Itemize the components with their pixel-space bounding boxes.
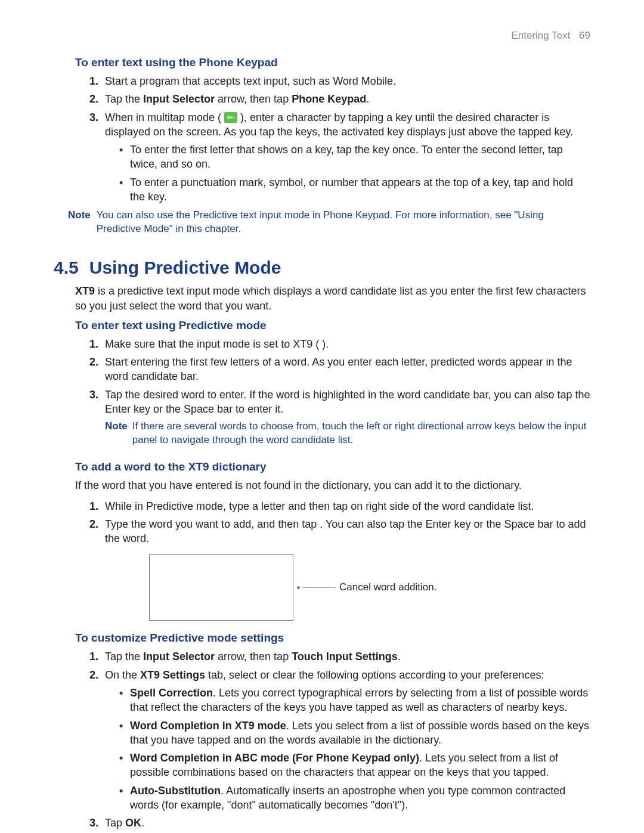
step-number: 3. bbox=[89, 816, 98, 830]
predictive-enter-steps: 1. Make sure that the input mode is set … bbox=[89, 337, 590, 447]
heading-number: 4.5 bbox=[54, 258, 79, 278]
note-body: If there are several words to choose fro… bbox=[132, 420, 590, 447]
step-text: While in Predictive mode, type a letter … bbox=[105, 500, 534, 512]
multitap-mode-icon bbox=[224, 112, 237, 123]
bold-text: OK bbox=[125, 817, 141, 829]
screenshot-placeholder bbox=[149, 554, 293, 621]
step-text: Tap the desired word to enter. If the wo… bbox=[105, 389, 590, 415]
step-number: 3. bbox=[89, 388, 98, 402]
running-head: Entering Text 69 bbox=[54, 30, 590, 42]
callout: Cancel word addition. bbox=[297, 581, 436, 593]
sub-bullets: To enter the first letter that shows on … bbox=[119, 143, 590, 204]
list-item: 2. On the XT9 Settings tab, select or cl… bbox=[89, 668, 590, 813]
note-body: You can also use the Predictive text inp… bbox=[97, 209, 590, 236]
bold-text: Phone Keypad bbox=[292, 93, 366, 105]
step-number: 2. bbox=[89, 668, 98, 682]
customize-steps: 1. Tap the Input Selector arrow, then ta… bbox=[89, 649, 590, 830]
step-text: Tap the Input Selector arrow, then tap P… bbox=[105, 93, 369, 105]
callout-line-icon bbox=[302, 587, 336, 588]
subhead-add-word: To add a word to the XT9 dictionary bbox=[75, 460, 590, 473]
bold-text: Spell Correction bbox=[130, 687, 213, 699]
list-item: Auto-Substitution. Automatically inserts… bbox=[119, 784, 590, 813]
list-item: To enter the first letter that shows on … bbox=[119, 143, 590, 172]
bold-text: Auto-Substitution bbox=[130, 785, 221, 797]
text: Tap the bbox=[105, 651, 143, 662]
bold-text: Word Completion in ABC mode (For Phone K… bbox=[130, 752, 419, 764]
section-name: Entering Text bbox=[511, 30, 570, 41]
step-number: 3. bbox=[89, 110, 98, 125]
step-text: When in multitap mode ( ), enter a chara… bbox=[105, 112, 573, 138]
list-item: Spell Correction. Lets you correct typog… bbox=[119, 686, 590, 715]
text: is a predictive text input mode which di… bbox=[75, 285, 586, 311]
step-number: 2. bbox=[89, 355, 98, 369]
step-number: 2. bbox=[89, 92, 98, 106]
list-item: 1. Tap the Input Selector arrow, then ta… bbox=[89, 649, 590, 664]
text: arrow, then tap bbox=[215, 93, 292, 105]
list-item: 2. Start entering the first few letters … bbox=[89, 355, 590, 384]
add-word-intro: If the word that you have entered is not… bbox=[75, 478, 590, 493]
list-item: 2. Tap the Input Selector arrow, then ta… bbox=[89, 92, 590, 106]
note-label: Note bbox=[105, 420, 128, 447]
list-item: 3. Tap OK. bbox=[89, 816, 590, 830]
step-text: Start a program that accepts text input,… bbox=[105, 75, 396, 87]
step-number: 1. bbox=[89, 499, 98, 513]
bullet-text: To enter a punctuation mark, symbol, or … bbox=[130, 176, 573, 203]
step-number: 1. bbox=[89, 649, 98, 664]
note-block: Note If there are several words to choos… bbox=[105, 420, 590, 447]
bold-text: Touch Input Settings bbox=[292, 651, 398, 662]
page-container: { "running_head": { "section": "Entering… bbox=[0, 0, 644, 833]
subhead-customize: To customize Predictive mode settings bbox=[75, 631, 590, 645]
text: On the bbox=[105, 669, 140, 681]
list-item: 1. Make sure that the input mode is set … bbox=[89, 337, 590, 351]
callout-dot-icon bbox=[297, 586, 300, 589]
step-text: Type the word you want to add, and then … bbox=[105, 518, 586, 544]
bold-text: XT9 bbox=[75, 285, 95, 297]
heading-4-5: 4.5 Using Predictive Mode bbox=[54, 258, 590, 278]
step-number: 1. bbox=[89, 337, 98, 351]
page-number: 69 bbox=[579, 30, 590, 41]
predictive-intro: XT9 is a predictive text input mode whic… bbox=[75, 284, 590, 313]
text: tab, select or clear the following optio… bbox=[205, 669, 544, 681]
step-text: Start entering the first few letters of … bbox=[105, 356, 572, 382]
step-text: Tap the Input Selector arrow, then tap T… bbox=[105, 651, 401, 662]
list-item: 3. Tap the desired word to enter. If the… bbox=[89, 388, 590, 447]
bullet-text: To enter the first letter that shows on … bbox=[130, 144, 563, 170]
subhead-predictive-enter: To enter text using Predictive mode bbox=[75, 319, 590, 332]
figure-cancel-word: Cancel word addition. bbox=[149, 554, 590, 621]
text: . bbox=[141, 817, 144, 829]
text: . bbox=[398, 651, 401, 662]
step-number: 2. bbox=[89, 517, 98, 531]
bold-text: XT9 Settings bbox=[140, 669, 205, 681]
bold-text: Word Completion in XT9 mode bbox=[130, 720, 286, 732]
list-item: To enter a punctuation mark, symbol, or … bbox=[119, 175, 590, 205]
step-number: 1. bbox=[89, 74, 98, 88]
list-item: 2. Type the word you want to add, and th… bbox=[89, 517, 590, 546]
text: Tap the bbox=[105, 93, 143, 105]
list-item: Word Completion in ABC mode (For Phone K… bbox=[119, 751, 590, 780]
step-text: Tap OK. bbox=[105, 817, 144, 829]
step-text: Make sure that the input mode is set to … bbox=[105, 338, 329, 350]
add-word-steps: 1. While in Predictive mode, type a lett… bbox=[89, 499, 590, 546]
bold-text: Input Selector bbox=[143, 651, 215, 662]
list-item: 3. When in multitap mode ( ), enter a ch… bbox=[89, 110, 590, 205]
note-block: Note You can also use the Predictive tex… bbox=[68, 209, 590, 236]
list-item: 1. Start a program that accepts text inp… bbox=[89, 74, 590, 88]
callout-text: Cancel word addition. bbox=[339, 581, 436, 593]
text: . bbox=[366, 93, 369, 105]
list-item: Word Completion in XT9 mode. Lets you se… bbox=[119, 719, 590, 748]
phone-keypad-steps: 1. Start a program that accepts text inp… bbox=[89, 74, 590, 204]
step-text: On the XT9 Settings tab, select or clear… bbox=[105, 669, 544, 681]
customize-bullets: Spell Correction. Lets you correct typog… bbox=[119, 686, 590, 812]
subhead-phone-keypad: To enter text using the Phone Keypad bbox=[75, 56, 590, 69]
bold-text: Input Selector bbox=[143, 93, 215, 105]
text: Tap bbox=[105, 817, 125, 829]
heading-title: Using Predictive Mode bbox=[89, 258, 281, 278]
note-label: Note bbox=[68, 209, 91, 236]
text: When in multitap mode ( bbox=[105, 112, 224, 123]
text: arrow, then tap bbox=[215, 651, 292, 662]
list-item: 1. While in Predictive mode, type a lett… bbox=[89, 499, 590, 513]
